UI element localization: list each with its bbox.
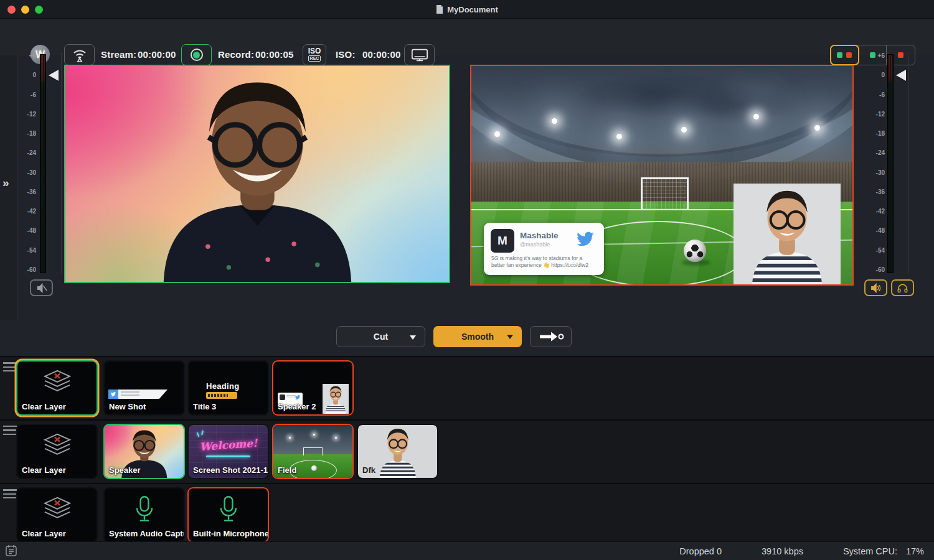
cpu-value: 17%: [906, 546, 924, 556]
shot-title-3[interactable]: Heading Speaker 2 Title 3: [187, 360, 269, 416]
transition-cut-button[interactable]: Cut: [336, 326, 425, 347]
preview-audio-meter: +60-6-12-18-24-30-36-42-48-54-60: [17, 53, 62, 278]
chevron-down-icon: [507, 335, 513, 339]
guest-inset: [734, 184, 841, 286]
clear-layer-icon: [42, 368, 73, 396]
shot-label: Dfk: [362, 465, 375, 475]
guest-person: [734, 184, 841, 286]
smooth-label: Smooth: [461, 332, 494, 342]
mashable-logo: M: [491, 229, 514, 253]
shot-builtin-mic[interactable]: Built-in Microphone: [187, 487, 269, 543]
record-icon: [191, 49, 203, 61]
iso-rec-badge: REC: [308, 55, 321, 62]
title-heading-text: Heading: [206, 381, 239, 391]
expand-sidebar-button[interactable]: »: [2, 176, 8, 190]
mini-guest-portrait: [323, 384, 349, 414]
left-rail: »: [0, 55, 17, 320]
tweet-text: 5G is making it's way to stadiums for a …: [491, 255, 594, 269]
title-subheading-badge: [206, 392, 237, 399]
goal-posts: [641, 177, 689, 209]
volume-fader-handle[interactable]: [49, 70, 59, 81]
shot-clear-layer[interactable]: Clear Layer: [16, 360, 98, 416]
shot-label: Field: [278, 465, 296, 475]
meter-track: [40, 54, 46, 273]
stadium-light: [552, 118, 557, 124]
meter-scale: +60-6-12-18-24-30-36-42-48-54-60: [21, 53, 36, 273]
stream-button[interactable]: [64, 44, 95, 65]
preview-indicator-icon: [837, 52, 842, 58]
shot-screenshot[interactable]: Welcome! Screen Shot 2021-1: [187, 424, 269, 479]
shot-notes-button[interactable]: [4, 544, 19, 559]
shot-speaker-2[interactable]: Speaker 2: [272, 360, 354, 416]
system-cpu: System CPU: 17%: [843, 546, 924, 556]
shot-label: New Shot: [109, 402, 146, 411]
monitor-headphones-button[interactable]: [891, 279, 914, 296]
record-button[interactable]: [181, 44, 212, 65]
shot-clear-layer[interactable]: Clear Layer: [16, 424, 98, 479]
chevron-down-icon: [410, 335, 416, 340]
live-indicator-icon: [846, 52, 852, 58]
cpu-label: System CPU:: [843, 546, 897, 556]
live-canvas[interactable]: M Mashable @mashable 5G is making it's w…: [470, 65, 854, 286]
view-split-button[interactable]: [831, 45, 859, 65]
statusbar: Dropped 0 3910 kbps System CPU: 17%: [0, 541, 934, 560]
stadium-light: [814, 125, 820, 131]
toolbar: W Stream: 00:00:00 Record: 00:00:05 ISO …: [0, 19, 934, 55]
iso-label: ISO:: [336, 49, 356, 60]
shot-label: Screen Shot 2021-1: [193, 465, 268, 475]
shot-field[interactable]: Field: [272, 424, 354, 479]
shot-label: Title 3: [193, 402, 216, 411]
layer-drag-handle[interactable]: [3, 362, 17, 371]
shot-label: Speaker 2: [278, 402, 316, 411]
microphone-icon: [134, 494, 154, 525]
monitor-icon: [411, 47, 428, 62]
volume-fader-handle[interactable]: [896, 70, 906, 81]
layer-2-row: Clear Layer Speaker Welcome! Screen Shot…: [0, 419, 934, 483]
tweet-author-handle: @mashable: [520, 241, 550, 248]
shot-clear-layer[interactable]: Clear Layer: [16, 487, 98, 543]
window-title-wrap: MyDocument: [0, 0, 934, 19]
shot-dfk[interactable]: Dfk: [357, 424, 438, 479]
meter-scale: +60-6-12-18-24-30-36-42-48-54-60: [870, 53, 885, 273]
meter-track: [887, 54, 894, 273]
clear-layer-icon: [42, 432, 73, 459]
dropped-frames: Dropped 0: [679, 546, 722, 556]
go-transition-button[interactable]: [530, 326, 572, 347]
speaker-icon: [870, 283, 882, 293]
mute-button[interactable]: [30, 279, 53, 296]
record-time: 00:00:05: [255, 49, 294, 60]
shot-label: Clear Layer: [22, 465, 66, 475]
document-icon: [436, 5, 443, 14]
layer-drag-handle[interactable]: [3, 489, 17, 498]
cut-label: Cut: [374, 332, 388, 342]
shot-label: Clear Layer: [22, 529, 66, 538]
shot-label: Built-in Microphone: [193, 529, 269, 538]
live-audio-meter: +60-6-12-18-24-30-36-42-48-54-60: [869, 53, 915, 278]
iso-time: 00:00:00: [362, 49, 401, 60]
shot-new-shot[interactable]: New Shot: [103, 360, 185, 416]
live-audio-button[interactable]: [864, 279, 887, 296]
shot-label: System Audio Captu: [109, 529, 185, 538]
layer-drag-handle[interactable]: [3, 426, 17, 435]
speaker-muted-icon: [35, 283, 48, 293]
shot-label: Clear Layer: [22, 402, 66, 411]
iso-button-label: ISO: [308, 48, 321, 55]
notes-icon: [4, 544, 18, 558]
layer-3-row: Clear Layer System Audio Captu Built-in …: [0, 483, 934, 541]
titlebar: MyDocument: [0, 0, 934, 19]
stadium-light: [681, 127, 687, 133]
wirecast-window: { "window": { "title": "MyDocument" }, "…: [0, 0, 934, 560]
shot-system-audio[interactable]: System Audio Captu: [103, 487, 185, 543]
output-display-button[interactable]: [404, 44, 435, 65]
neon-underline: [206, 455, 250, 457]
iso-record-button[interactable]: ISO REC: [303, 44, 326, 65]
shot-label: Speaker: [109, 465, 141, 475]
tweet-author-name: Mashable: [520, 231, 559, 240]
shot-speaker[interactable]: Speaker: [103, 424, 185, 479]
record-label: Record:: [218, 49, 254, 60]
clear-layer-icon: [42, 495, 73, 523]
preview-canvas[interactable]: [64, 65, 450, 283]
twitter-icon: [574, 230, 597, 248]
stream-time: 00:00:00: [138, 49, 176, 60]
transition-smooth-button[interactable]: Smooth: [433, 326, 522, 347]
